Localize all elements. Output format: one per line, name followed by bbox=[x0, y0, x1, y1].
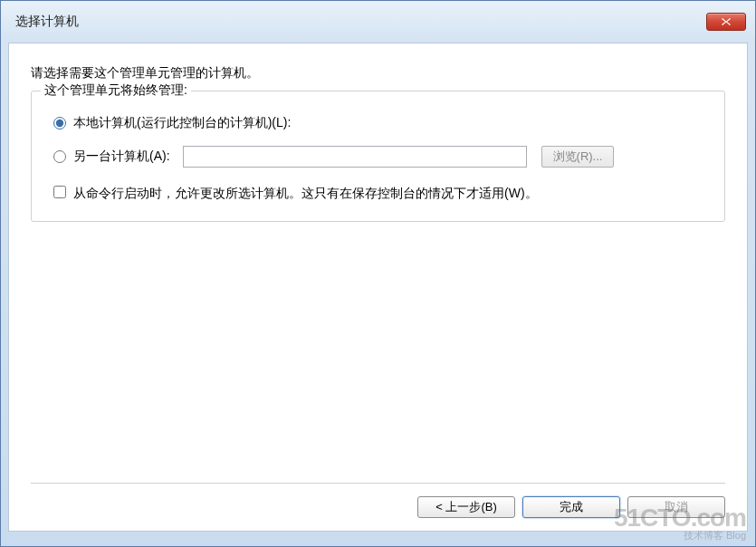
close-button[interactable] bbox=[706, 13, 746, 31]
checkbox-row-cmdline: 从命令行启动时，允许更改所选计算机。这只有在保存控制台的情况下才适用(W)。 bbox=[53, 184, 708, 203]
instruction-text: 请选择需要这个管理单元管理的计算机。 bbox=[31, 65, 725, 82]
dialog-window: 选择计算机 请选择需要这个管理单元管理的计算机。 这个管理单元将始终管理: 本地… bbox=[0, 0, 756, 547]
radio-local-label: 本地计算机(运行此控制台的计算机)(L): bbox=[73, 115, 291, 131]
wizard-button-bar: < 上一步(B) 完成 取消 bbox=[31, 483, 725, 518]
finish-button[interactable]: 完成 bbox=[522, 496, 620, 518]
radio-row-local: 本地计算机(运行此控制台的计算机)(L): bbox=[53, 115, 708, 131]
browse-button[interactable]: 浏览(R)... bbox=[541, 146, 615, 168]
back-button[interactable]: < 上一步(B) bbox=[417, 496, 515, 518]
radio-local-computer[interactable] bbox=[53, 117, 66, 130]
computer-name-input[interactable] bbox=[183, 146, 527, 168]
allow-change-checkbox[interactable] bbox=[53, 186, 66, 198]
titlebar: 选择计算机 bbox=[1, 1, 755, 43]
watermark-sub: 技术博客 Blog bbox=[614, 531, 746, 541]
content-area: 请选择需要这个管理单元管理的计算机。 这个管理单元将始终管理: 本地计算机(运行… bbox=[8, 43, 748, 532]
management-groupbox: 这个管理单元将始终管理: 本地计算机(运行此控制台的计算机)(L): 另一台计算… bbox=[31, 91, 725, 222]
radio-another-label: 另一台计算机(A): bbox=[73, 149, 170, 165]
close-icon bbox=[721, 17, 732, 26]
checkbox-cmdline-label: 从命令行启动时，允许更改所选计算机。这只有在保存控制台的情况下才适用(W)。 bbox=[73, 184, 538, 203]
radio-row-another: 另一台计算机(A): 浏览(R)... bbox=[53, 146, 708, 168]
window-title: 选择计算机 bbox=[15, 14, 79, 30]
cancel-button[interactable]: 取消 bbox=[627, 496, 725, 518]
radio-another-computer[interactable] bbox=[53, 150, 66, 163]
groupbox-legend: 这个管理单元将始终管理: bbox=[41, 82, 191, 99]
